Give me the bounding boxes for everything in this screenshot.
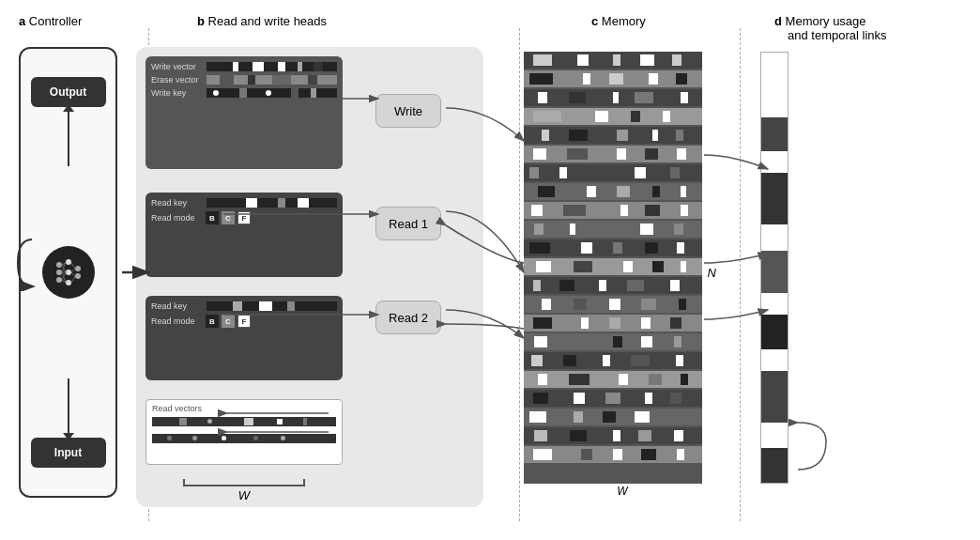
mode-b-badge-1: B <box>206 211 219 224</box>
memory-row <box>524 352 702 369</box>
read2-button[interactable]: Read 2 <box>375 301 441 334</box>
read-head-2-box: Read key Read mode B C F <box>145 296 343 380</box>
memory-row <box>524 221 702 238</box>
read-mode-2-label: Read mode <box>151 316 203 326</box>
output-button[interactable]: Output <box>31 77 106 107</box>
memory-row <box>524 202 702 219</box>
memory-row <box>524 146 702 162</box>
n-label: N <box>708 266 716 280</box>
write-key-bar <box>207 88 337 98</box>
memory-row <box>524 277 702 294</box>
divider-bc <box>519 28 520 521</box>
memory-row <box>524 371 702 388</box>
panel-read-write-heads: Write vector Erase vector <box>136 28 493 517</box>
w-bracket-b: W <box>183 479 305 502</box>
mode-b-badge-2: B <box>206 315 219 328</box>
svg-point-6 <box>75 266 81 271</box>
read-vectors-label: Read vectors <box>152 404 336 413</box>
memory-row <box>524 164 702 181</box>
read-key-2-bar <box>207 301 337 311</box>
read-vector-bar-1 <box>152 417 336 426</box>
svg-point-3 <box>66 259 71 265</box>
input-button[interactable]: Input <box>31 438 106 468</box>
read-key-1-label: Read key <box>151 198 203 208</box>
memory-row <box>524 258 702 275</box>
write-vector-bar <box>207 62 337 71</box>
svg-point-4 <box>66 270 71 275</box>
recurrent-loop-icon <box>13 235 46 291</box>
memory-row <box>524 127 702 144</box>
panel-controller: Output <box>9 28 131 517</box>
mode-f-badge-1: F <box>237 211 251 224</box>
memory-row <box>524 446 702 463</box>
memory-row <box>524 333 702 350</box>
read-head-1-box: Read key Read mode B C F <box>145 193 343 277</box>
panel-memory: N W <box>524 28 721 517</box>
svg-line-18 <box>71 276 75 283</box>
memory-row <box>524 52 702 69</box>
svg-point-0 <box>56 262 62 268</box>
read-vectors-box: Read vectors <box>145 399 343 465</box>
svg-line-17 <box>71 272 75 276</box>
arrow-down <box>68 378 69 435</box>
arrow-up <box>68 110 69 166</box>
erase-vector-label: Erase vector <box>151 75 203 85</box>
mode-c-badge-1: C <box>222 211 235 224</box>
usage-bar <box>760 52 789 484</box>
memory-row <box>524 183 702 200</box>
memory-row <box>524 296 702 313</box>
erase-vector-row: Erase vector <box>151 75 337 85</box>
read-mode-1-row: Read mode B C F <box>151 211 337 224</box>
mode-f-badge-2: F <box>237 315 251 328</box>
write-vector-label: Write vector <box>151 62 203 71</box>
svg-point-2 <box>56 277 62 283</box>
write-head-box: Write vector Erase vector <box>145 56 343 169</box>
panel-memory-usage <box>751 28 967 517</box>
memory-grid <box>524 52 702 484</box>
svg-point-7 <box>75 273 81 279</box>
svg-line-15 <box>71 263 75 269</box>
erase-vector-bar <box>207 75 337 85</box>
section-b-label: b Read and write heads <box>197 14 327 28</box>
section-c-label: c Memory <box>591 14 646 28</box>
memory-row <box>524 108 702 125</box>
svg-line-16 <box>71 269 75 272</box>
svg-point-5 <box>66 280 71 285</box>
write-button[interactable]: Write <box>375 94 441 128</box>
write-vector-row: Write vector <box>151 62 337 71</box>
write-key-label: Write key <box>151 88 203 98</box>
section-a-label: a Controller <box>19 14 82 28</box>
neural-network-icon <box>42 246 95 299</box>
read-mode-1-label: Read mode <box>151 213 203 223</box>
read-key-2-label: Read key <box>151 301 203 311</box>
memory-row <box>524 239 702 256</box>
read-key-2-row: Read key <box>151 301 337 311</box>
read-key-1-bar <box>207 198 337 208</box>
read1-button[interactable]: Read 1 <box>375 207 441 240</box>
memory-row <box>524 427 702 444</box>
w-label-c: W <box>617 485 627 498</box>
memory-row <box>524 70 702 87</box>
mode-c-badge-2: C <box>222 315 235 328</box>
read-key-1-row: Read key <box>151 198 337 208</box>
memory-row <box>524 390 702 407</box>
memory-row <box>524 409 702 425</box>
memory-row <box>524 315 702 332</box>
memory-row <box>524 89 702 106</box>
read-vector-bar-2 <box>152 434 336 443</box>
svg-point-1 <box>56 270 62 275</box>
divider-cd <box>740 28 741 521</box>
read-mode-2-row: Read mode B C F <box>151 315 337 328</box>
write-key-row: Write key <box>151 88 337 98</box>
